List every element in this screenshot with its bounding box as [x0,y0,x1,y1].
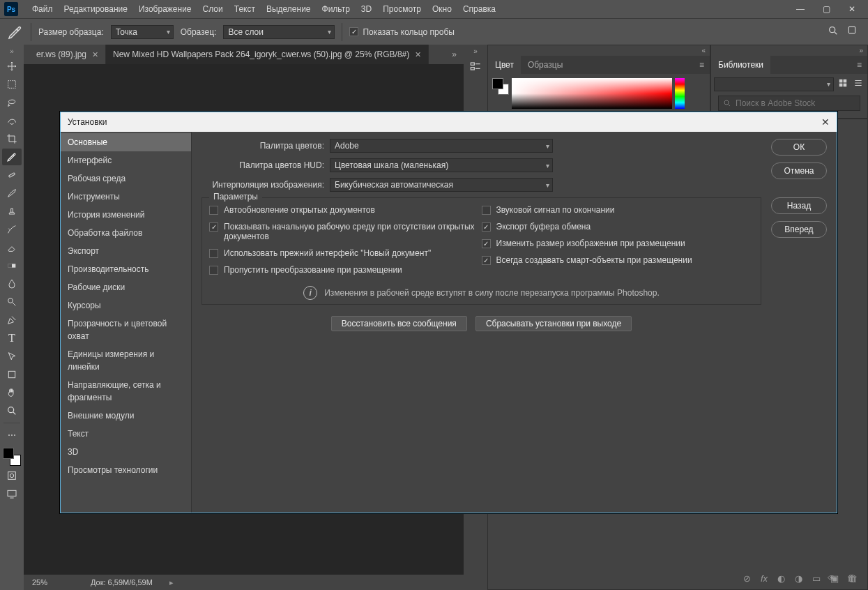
brush-tool[interactable] [2,185,22,202]
auto-update-checkbox[interactable] [209,206,218,215]
sidebar-item-scratch-disks[interactable]: Рабочие диски [61,278,191,296]
menu-filter[interactable]: Фильтр [317,4,356,14]
quick-select-tool[interactable] [2,112,22,129]
reset-on-quit-button[interactable]: Сбрасывать установки при выходе [475,316,632,331]
sidebar-item-tools[interactable]: Инструменты [61,188,191,206]
grid-view-icon[interactable] [837,77,849,91]
quick-mask-icon[interactable] [2,467,22,484]
reset-warnings-button[interactable]: Восстановить все сообщения [331,316,467,331]
resize-on-place-checkbox[interactable] [482,239,491,248]
show-start-workspace-checkbox[interactable] [209,222,218,232]
eyedropper-tool[interactable] [2,149,22,165]
color-swatch[interactable] [492,78,509,95]
edit-toolbar-icon[interactable]: ⋯ [2,427,22,444]
menu-help[interactable]: Справка [457,4,501,14]
search-icon[interactable] [828,25,839,38]
window-maximize-icon[interactable]: ▢ [823,4,830,14]
interpolation-select[interactable]: Бикубическая автоматическая [330,178,553,192]
screen-mode-icon[interactable] [2,485,22,502]
group-icon[interactable]: ▭ [812,573,821,584]
sidebar-item-cursors[interactable]: Курсоры [61,296,191,315]
hand-tool[interactable] [2,384,22,401]
color-spectrum[interactable] [512,78,672,109]
dodge-tool[interactable] [2,294,22,310]
menu-window[interactable]: Окно [427,4,457,14]
skip-transform-checkbox[interactable] [209,266,218,275]
history-brush-tool[interactable] [2,221,22,238]
sample-select[interactable]: Все слои [223,25,335,39]
sidebar-item-file-handling[interactable]: Обработка файлов [61,224,191,242]
pen-tool[interactable] [2,312,22,328]
share-icon[interactable] [847,25,857,38]
sidebar-item-performance[interactable]: Производительность [61,260,191,278]
close-icon[interactable]: ✕ [821,116,830,128]
move-tool[interactable] [2,58,22,75]
link-layers-icon[interactable]: ⊘ [743,573,751,584]
blur-tool[interactable] [2,275,22,292]
eraser-tool[interactable] [2,239,22,256]
stock-search-input[interactable]: Поиск в Adobe Stock [718,96,860,111]
sidebar-item-tech-previews[interactable]: Просмотры технологии [61,461,191,479]
trash-icon[interactable]: 🗑 [847,573,855,583]
sidebar-item-3d[interactable]: 3D [61,443,191,461]
libraries-tab[interactable]: Библиотеки [711,56,770,74]
menu-text[interactable]: Текст [229,4,261,14]
next-button[interactable]: Вперед [771,221,827,238]
view-icon[interactable]: 👁 [828,573,836,583]
adjustment-layer-icon[interactable]: ◑ [795,573,802,584]
cancel-button[interactable]: Отмена [771,162,827,179]
menu-edit[interactable]: Редактирование [59,4,133,14]
ok-button[interactable]: ОК [771,139,827,156]
hud-picker-select[interactable]: Цветовая шкала (маленькая) [330,158,553,172]
status-menu-icon[interactable]: ▸ [169,578,174,587]
eyedropper-current-tool-icon[interactable] [7,24,24,40]
color-panel-icon[interactable] [469,59,482,75]
menu-image[interactable]: Изображение [133,4,197,14]
clone-stamp-tool[interactable] [2,203,22,220]
sidebar-item-plugins[interactable]: Внешние модули [61,407,191,425]
prev-button[interactable]: Назад [771,197,827,214]
panel-collapse-icon[interactable]: » [711,45,867,56]
export-clipboard-checkbox[interactable] [482,222,491,232]
marquee-tool[interactable] [2,76,22,93]
menu-select[interactable]: Выделение [261,4,317,14]
gradient-tool[interactable] [2,257,22,274]
color-tab[interactable]: Цвет [488,56,521,74]
menu-3d[interactable]: 3D [356,4,377,14]
sidebar-item-history[interactable]: История изменений [61,206,191,224]
sidebar-item-general[interactable]: Основные [61,133,191,151]
smart-objects-checkbox[interactable] [482,256,491,265]
toolbox-collapse-icon[interactable]: » [10,47,14,55]
color-picker-select[interactable]: Adobe [330,139,553,153]
sidebar-item-units[interactable]: Единицы измерения и линейки [61,345,191,376]
path-select-tool[interactable] [2,348,22,365]
fx-icon[interactable]: fx [761,573,768,584]
sidebar-item-export[interactable]: Экспорт [61,242,191,260]
window-close-icon[interactable]: ✕ [848,4,855,14]
show-sampling-ring-checkbox[interactable] [349,27,358,36]
document-tab[interactable]: New Mixed HD Wallpapers Pack 264_igoryk_… [106,45,429,64]
panel-collapse-icon[interactable]: « [488,45,710,56]
zoom-tool[interactable] [2,402,22,419]
window-minimize-icon[interactable]: — [796,4,805,14]
beep-checkbox[interactable] [482,206,491,215]
list-view-icon[interactable] [852,77,865,91]
close-icon[interactable]: ✕ [415,50,421,59]
healing-brush-tool[interactable] [2,167,22,183]
type-tool[interactable]: T [2,330,22,347]
close-icon[interactable]: ✕ [92,50,98,59]
panel-collapse-icon[interactable]: » [473,47,478,55]
lasso-tool[interactable] [2,94,22,111]
document-tab[interactable]: er.ws (89).jpg ✕ [29,45,106,64]
swatches-tab[interactable]: Образцы [521,56,570,74]
mask-icon[interactable]: ◐ [777,573,785,584]
sidebar-item-transparency[interactable]: Прозрачность и цветовой охват [61,315,191,345]
hue-slider[interactable] [675,78,685,109]
menu-file[interactable]: Файл [26,4,59,14]
legacy-new-doc-checkbox[interactable] [209,249,218,258]
zoom-level[interactable]: 25% [32,578,74,587]
shape-tool[interactable] [2,366,22,383]
panel-menu-icon[interactable]: ≡ [694,56,710,74]
sidebar-item-guides[interactable]: Направляющие, сетка и фрагменты [61,376,191,407]
sample-size-select[interactable]: Точка [111,25,174,39]
